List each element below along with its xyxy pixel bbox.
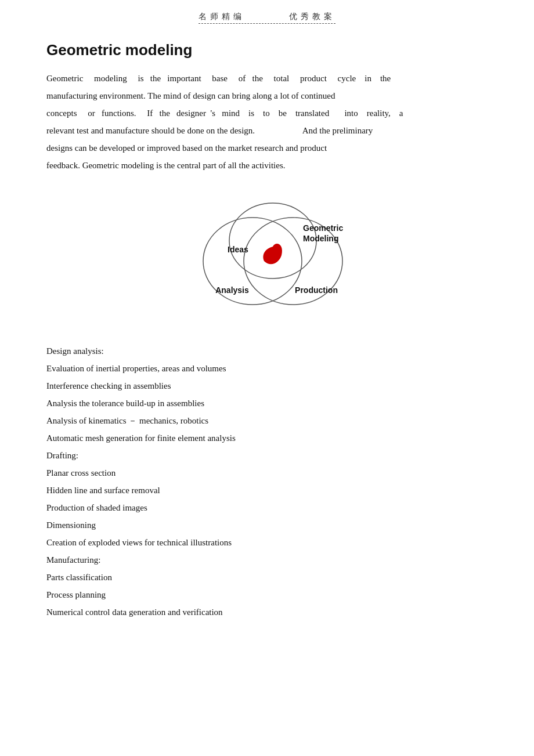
list-item: Analysis the tolerance build-up in assem… (46, 395, 488, 412)
list-item: Drafting: (46, 447, 488, 464)
analysis-label: Analysis (215, 285, 249, 295)
header-text: 名师精编 优秀教案 (199, 12, 335, 24)
list-item: Hidden line and surface removal (46, 482, 488, 499)
list-item: Manufacturing: (46, 551, 488, 569)
body-paragraph: Geometric modeling is the important base… (46, 70, 488, 174)
list-item: Creation of exploded views for technical… (46, 534, 488, 551)
header-right: 优秀教案 (289, 12, 335, 21)
list-section: Design analysis: Evaluation of inertial … (46, 342, 488, 621)
list-item: Numerical control data generation and ve… (46, 603, 488, 621)
diagram-container: Geometric Modeling Ideas Analysis Produc… (46, 186, 488, 325)
list-item: Analysis of kinematics － mechanics, robo… (46, 412, 488, 429)
header-left: 名师精编 (199, 12, 245, 21)
page-title: Geometric modeling (46, 41, 488, 59)
list-item: Parts classification (46, 569, 488, 586)
list-item: Planar cross section (46, 464, 488, 482)
list-item: Design analysis: (46, 342, 488, 360)
geometric-modeling-label2: Modeling (303, 234, 338, 243)
list-item: Dimensioning (46, 516, 488, 534)
page-header: 名师精编 优秀教案 (46, 12, 488, 24)
page-container: 名师精编 优秀教案 Geometric modeling Geometric m… (0, 0, 534, 756)
list-item: Production of shaded images (46, 499, 488, 516)
venn-diagram: Geometric Modeling Ideas Analysis Produc… (168, 186, 366, 325)
ideas-label: Ideas (228, 245, 248, 254)
geometric-modeling-label: Geometric (303, 223, 343, 233)
list-item: Interference checking in assemblies (46, 377, 488, 395)
list-item: Process planning (46, 586, 488, 603)
list-item: Automatic mesh generation for finite ele… (46, 429, 488, 447)
production-label: Production (295, 285, 338, 295)
list-item: Evaluation of inertial properties, areas… (46, 360, 488, 377)
